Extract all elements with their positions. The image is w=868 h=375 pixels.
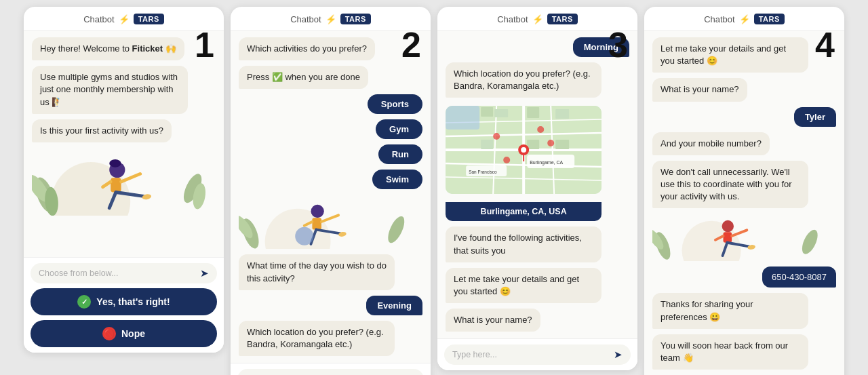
svg-point-46 — [493, 133, 500, 140]
svg-point-44 — [521, 147, 526, 153]
input-row-1[interactable]: Choose from below... ➤ — [31, 263, 217, 283]
panel-4-header: Chatbot ⚡ TARS — [644, 7, 844, 31]
input-row-2[interactable]: Nevada City, CA, USA ➤ — [237, 369, 424, 375]
send-icon-3[interactable]: ➤ — [614, 349, 623, 361]
lightning-1: ⚡ — [119, 14, 130, 24]
panel-3-body: Morning Which location do you prefer? (e… — [437, 31, 637, 338]
option-gym[interactable]: Gym — [376, 119, 422, 139]
panel-1-header: Chatbot ⚡ TARS — [24, 7, 224, 31]
panel-4-body: Let me take your details and get you sta… — [644, 31, 844, 375]
tyler-bubble: Tyler — [794, 107, 836, 127]
svg-point-13 — [142, 193, 152, 200]
svg-text:Burlingame, CA: Burlingame, CA — [530, 160, 563, 165]
bot-message-1-1: Hey there! Welcome to Fiticket 🙌 — [32, 37, 184, 60]
brand-label-1: TARS — [134, 14, 164, 24]
illustration-4 — [652, 214, 836, 261]
panel-1: Chatbot ⚡ TARS 1 Hey there! Welcome to F… — [24, 7, 224, 353]
bot-msg-4-1: Let me take your details and get you sta… — [652, 37, 808, 73]
lightning-2: ⚡ — [326, 14, 336, 24]
no-button[interactable]: 🚫 Nope — [31, 320, 217, 347]
check-icon: ✓ — [77, 295, 91, 309]
brand-label-2: TARS — [340, 14, 371, 24]
option-run[interactable]: Run — [378, 144, 422, 164]
bot-msg-4-5: Thanks for sharing your preferences 😀 — [652, 293, 808, 328]
panel-3-input-area: Type here... ➤ — [437, 338, 637, 370]
panels-container: Chatbot ⚡ TARS 1 Hey there! Welcome to F… — [24, 7, 844, 375]
bot-msg-3-4: What is your name? — [446, 309, 540, 332]
svg-rect-41 — [555, 109, 569, 119]
map-svg: Burlingame, CA San Francisco — [446, 106, 601, 194]
yes-button[interactable]: ✓ Yes, that's right! — [31, 288, 217, 315]
svg-point-7 — [109, 159, 121, 167]
svg-point-58 — [722, 220, 734, 232]
input-placeholder-3: Type here... — [452, 350, 610, 359]
chatbot-label-2: Chatbot — [290, 14, 321, 24]
svg-point-17 — [384, 214, 408, 245]
phone-bubble: 650-430-8087 — [762, 267, 836, 288]
bot-msg-3-1: Which location do you prefer? (e.g. Band… — [446, 62, 601, 98]
bot-msg-4-4: We don't call unnecessarily. We'll use t… — [652, 161, 808, 209]
input-placeholder-1: Choose from below... — [39, 269, 196, 278]
illus-svg-2 — [239, 195, 422, 249]
svg-rect-36 — [481, 107, 493, 117]
chatbot-label-4: Chatbot — [704, 14, 735, 24]
svg-text:San Francisco: San Francisco — [469, 170, 497, 174]
svg-rect-8 — [111, 178, 121, 192]
panel-2-body: Which activities do you prefer? Press ✅ … — [231, 31, 431, 363]
panel-3-number: 3 — [608, 27, 628, 62]
option-sports[interactable]: Sports — [368, 94, 422, 114]
svg-rect-40 — [527, 140, 539, 149]
bot-msg-4-2: What is your name? — [652, 78, 747, 101]
panel-1-input-area: Choose from below... ➤ ✓ Yes, that's rig… — [24, 257, 224, 353]
svg-rect-42 — [555, 140, 569, 149]
panel-4-number: 4 — [815, 27, 835, 62]
illus-svg-4 — [652, 214, 836, 261]
evening-bubble: Evening — [366, 296, 422, 315]
svg-point-49 — [537, 126, 544, 133]
bot-msg-2-3: What time of the day you wish to do this… — [239, 254, 395, 290]
svg-rect-37 — [494, 109, 508, 117]
panel-2: Chatbot ⚡ TARS 2 Which activities do you… — [231, 7, 431, 375]
bot-message-1-3: Is this your first activity with us? — [32, 119, 172, 142]
no-label: Nope — [121, 328, 145, 339]
svg-point-25 — [295, 227, 313, 245]
brand-label-3: TARS — [547, 14, 578, 24]
panel-3-header: Chatbot ⚡ TARS — [437, 7, 637, 31]
bot-message-1-2: Use multiple gyms and studios with just … — [32, 66, 188, 114]
bot-msg-2-1: Which activities do you prefer? — [239, 37, 375, 60]
svg-line-9 — [121, 174, 140, 182]
illustration-1 — [32, 148, 216, 216]
svg-rect-19 — [312, 218, 321, 230]
bot-msg-3-3: Let me take your details and get you sta… — [446, 268, 601, 303]
svg-rect-35 — [446, 106, 479, 130]
illus-svg-1 — [32, 148, 216, 216]
svg-point-57 — [799, 228, 821, 256]
bot-msg-4-3: And your mobile number? — [652, 132, 770, 155]
input-row-3[interactable]: Type here... ➤ — [444, 344, 631, 365]
lightning-4: ⚡ — [739, 14, 750, 24]
bot-msg-4-6: You will soon hear back from our team 👋 — [652, 334, 808, 370]
svg-point-18 — [311, 205, 323, 218]
panel-2-number: 2 — [401, 27, 421, 62]
panel-3: Chatbot ⚡ TARS 3 Morning Which location … — [437, 7, 637, 370]
lightning-3: ⚡ — [532, 14, 543, 24]
chatbot-label-3: Chatbot — [497, 14, 528, 24]
bot-msg-2-2: Press ✅ when you are done — [239, 66, 368, 89]
chatbot-label-1: Chatbot — [83, 14, 115, 24]
svg-line-20 — [321, 216, 338, 222]
option-swim[interactable]: Swim — [372, 170, 422, 189]
panel-1-body: Hey there! Welcome to Fiticket 🙌 Use mul… — [24, 31, 224, 257]
panel-1-number: 1 — [195, 27, 214, 62]
svg-rect-59 — [724, 233, 732, 243]
no-icon: 🚫 — [102, 327, 116, 340]
map-container: Burlingame, CA San Francisco — [446, 106, 601, 194]
yes-label: Yes, that's right! — [96, 296, 170, 307]
svg-rect-38 — [527, 107, 539, 118]
map-location-label: Burlingame, CA, USA — [446, 202, 601, 221]
svg-point-48 — [503, 157, 510, 163]
panel-2-input-area: Nevada City, CA, USA ➤ — [231, 363, 431, 375]
bot-msg-3-2: I've found the following activities, tha… — [446, 226, 601, 262]
svg-point-47 — [547, 140, 554, 146]
bot-msg-2-4: Which location do you prefer? (e.g. Band… — [239, 321, 395, 356]
send-icon-1[interactable]: ➤ — [200, 267, 209, 279]
